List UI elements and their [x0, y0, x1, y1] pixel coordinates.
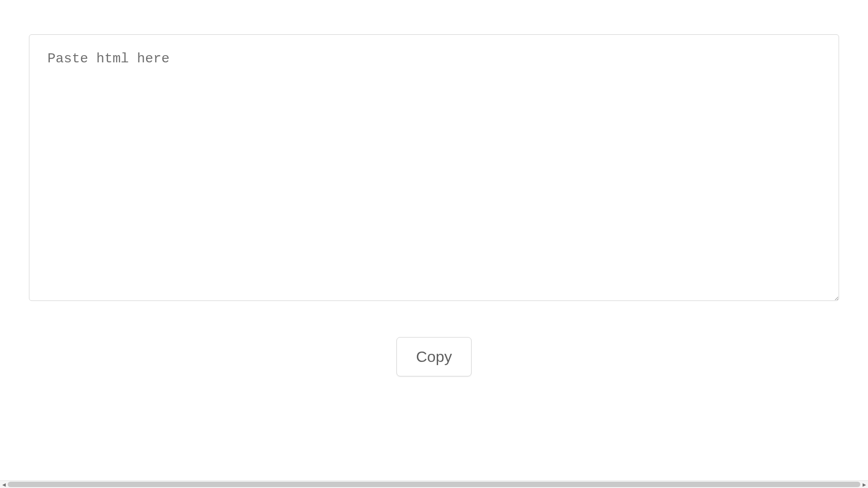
- copy-button[interactable]: Copy: [396, 337, 471, 376]
- action-row: Copy: [29, 337, 839, 376]
- scroll-right-icon[interactable]: ▶: [860, 481, 868, 488]
- html-input[interactable]: [29, 34, 839, 301]
- scroll-thumb[interactable]: [8, 482, 860, 487]
- scroll-left-icon[interactable]: ◀: [0, 481, 8, 488]
- horizontal-scrollbar[interactable]: ◀ ▶: [0, 480, 868, 488]
- scroll-track[interactable]: [8, 482, 860, 487]
